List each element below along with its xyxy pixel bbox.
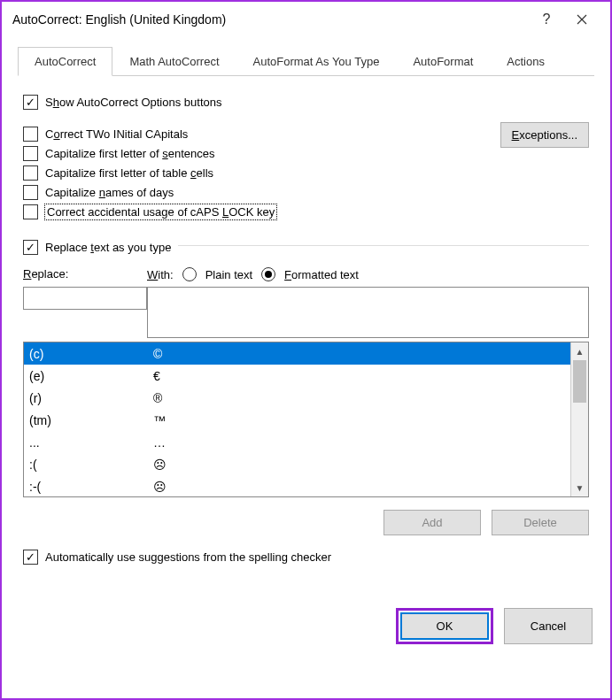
- tab-actions[interactable]: Actions: [490, 47, 562, 76]
- list-cell-from: :(: [29, 458, 153, 472]
- close-button[interactable]: [564, 5, 600, 34]
- tab-autoformat-as-you-type[interactable]: AutoFormat As You Type: [236, 47, 397, 76]
- scrollbar[interactable]: ▲ ▼: [570, 342, 588, 496]
- scroll-thumb[interactable]: [573, 360, 586, 403]
- list-cell-from: (c): [29, 347, 153, 361]
- list-row[interactable]: ...…: [24, 431, 570, 453]
- replacements-list[interactable]: (c)©(e)€(r)®(tm)™...…:(☹:-(☹ ▲ ▼: [23, 342, 589, 497]
- list-row[interactable]: (tm)™: [24, 409, 570, 431]
- dialog-title: AutoCorrect: English (United Kingdom): [12, 12, 529, 27]
- label-replace: Replace:: [23, 267, 147, 281]
- close-icon: [577, 14, 587, 25]
- list-cell-from: (r): [29, 391, 153, 405]
- label-formatted-text: Formatted text: [284, 268, 359, 281]
- list-row[interactable]: (r)®: [24, 387, 570, 409]
- tab-math-autocorrect[interactable]: Math AutoCorrect: [112, 47, 236, 76]
- list-cell-to: ©: [153, 347, 565, 361]
- tab-bar: AutoCorrect Math AutoCorrect AutoFormat …: [18, 46, 594, 76]
- checkbox-capitalize-table-cells[interactable]: [23, 165, 38, 181]
- list-cell-from: :-(: [29, 480, 153, 494]
- list-cell-to: ®: [153, 391, 565, 405]
- exceptions-button[interactable]: Exceptions...: [500, 122, 589, 148]
- radio-formatted-text[interactable]: [261, 267, 275, 281]
- label-with: With:: [147, 268, 174, 281]
- list-cell-from: ...: [29, 435, 153, 450]
- label-show-options: Show AutoCorrect Options buttons: [45, 96, 221, 109]
- list-row[interactable]: (e)€: [24, 365, 570, 387]
- checkbox-capitalize-days[interactable]: [23, 185, 38, 200]
- list-row[interactable]: :-(☹: [24, 475, 570, 496]
- replace-input[interactable]: [23, 287, 147, 310]
- list-cell-to: €: [153, 369, 565, 383]
- label-plain-text: Plain text: [205, 268, 252, 281]
- with-input[interactable]: [147, 287, 589, 338]
- delete-button[interactable]: Delete: [492, 510, 589, 535]
- list-row[interactable]: :(☹: [24, 453, 570, 475]
- tab-autocorrect[interactable]: AutoCorrect: [18, 47, 112, 76]
- label-auto-spell: Automatically use suggestions from the s…: [45, 550, 331, 564]
- label-capitalize-sentences: Capitalize first letter of sentences: [45, 147, 214, 160]
- list-cell-to: ™: [153, 413, 565, 427]
- list-cell-to: …: [153, 435, 565, 450]
- radio-plain-text[interactable]: [182, 267, 197, 281]
- cancel-button[interactable]: Cancel: [504, 608, 593, 644]
- tab-autoformat[interactable]: AutoFormat: [396, 47, 490, 76]
- list-cell-to: ☹: [153, 480, 565, 494]
- add-button[interactable]: Add: [383, 510, 481, 535]
- scroll-down-button[interactable]: ▼: [571, 479, 588, 496]
- checkbox-auto-spell[interactable]: [23, 550, 38, 565]
- label-capitalize-table-cells: Capitalize first letter of table cells: [45, 166, 213, 180]
- list-row[interactable]: (c)©: [24, 342, 570, 365]
- label-capitalize-days: Capitalize names of days: [45, 186, 174, 199]
- help-button[interactable]: ?: [529, 5, 564, 34]
- label-caps-lock: Correct accidental usage of cAPS LOCK ke…: [45, 204, 276, 219]
- checkbox-two-initial-caps[interactable]: [23, 127, 38, 142]
- list-cell-from: (e): [29, 369, 153, 383]
- checkbox-caps-lock[interactable]: [23, 204, 38, 219]
- checkbox-replace-as-type[interactable]: [23, 240, 38, 255]
- scroll-up-button[interactable]: ▲: [571, 342, 588, 360]
- label-replace-as-type: Replace text as you type: [45, 241, 171, 254]
- list-cell-to: ☹: [153, 458, 565, 472]
- ok-button[interactable]: OK: [400, 612, 489, 640]
- list-cell-from: (tm): [29, 413, 153, 427]
- checkbox-show-options[interactable]: [23, 95, 38, 110]
- checkbox-capitalize-sentences[interactable]: [23, 146, 38, 161]
- label-two-initial-caps: Correct TWo INitial CApitals: [45, 127, 188, 141]
